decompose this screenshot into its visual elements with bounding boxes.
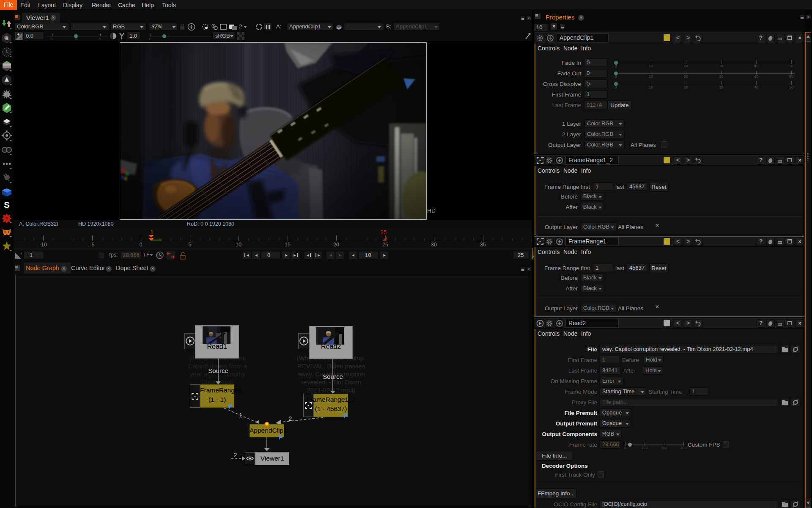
svg-text:S: S xyxy=(4,200,9,210)
